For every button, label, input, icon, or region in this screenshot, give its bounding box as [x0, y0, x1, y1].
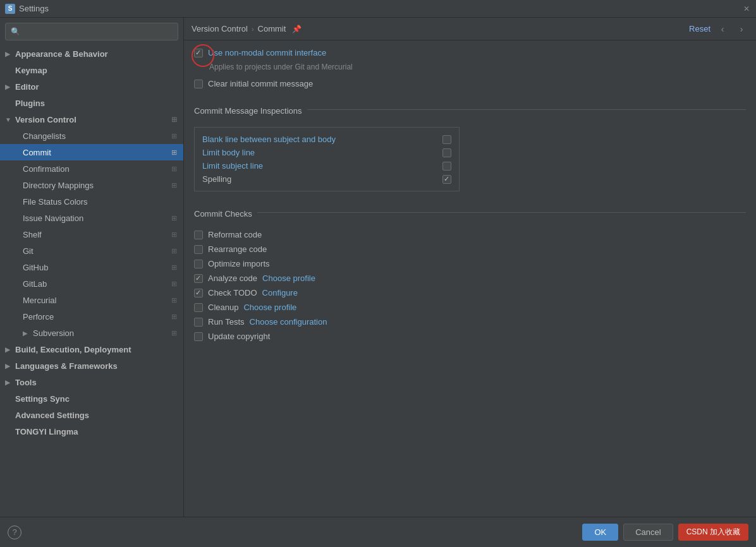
inspections-title: Commit Message Inspections — [194, 106, 302, 116]
sidebar-item-label: Subversion — [33, 328, 74, 338]
sidebar-item-issuenavigation[interactable]: Issue Navigation ⊞ — [0, 210, 183, 226]
spelling-checkbox[interactable] — [442, 175, 451, 184]
sidebar-item-plugins[interactable]: ▶ Plugins — [0, 95, 183, 111]
section-divider — [307, 109, 746, 110]
inspection-spelling: Spelling — [202, 172, 451, 186]
sidebar-item-label: Appearance & Behavior — [15, 49, 108, 59]
cancel-button[interactable]: Cancel — [623, 524, 673, 541]
back-button[interactable]: ‹ — [716, 22, 729, 36]
analyzecode-link[interactable]: Choose profile — [262, 274, 315, 283]
sidebar-item-settingssync[interactable]: ▶ Settings Sync — [0, 390, 183, 407]
search-box[interactable]: 🔍 — [5, 23, 178, 40]
blankline-checkbox[interactable] — [442, 135, 451, 144]
runtests-link[interactable]: Choose configuration — [250, 317, 327, 327]
settings-icon: ⊞ — [169, 263, 178, 272]
help-button[interactable]: ? — [8, 526, 21, 539]
checks-section-header: Commit Checks — [194, 201, 746, 224]
pin-icon: 📌 — [292, 25, 302, 33]
sidebar-item-versioncontrol[interactable]: ▼ Version Control ⊞ — [0, 111, 183, 128]
csdn-button[interactable]: CSDN 加入收藏 — [678, 524, 748, 541]
limitsubject-checkbox[interactable] — [442, 162, 451, 171]
updatecopyright-label[interactable]: Update copyright — [208, 332, 270, 341]
sidebar-item-label: Mercurial — [23, 296, 56, 305]
settings-content: Use non-modal commit interface Applies t… — [184, 40, 756, 517]
sidebar-item-label: GitHub — [23, 263, 48, 272]
breadcrumb-current: Commit — [258, 24, 286, 33]
nonmodal-checkbox[interactable] — [194, 49, 203, 57]
sidebar-item-buildexecution[interactable]: ▶ Build, Execution, Deployment — [0, 341, 183, 358]
window-title: Settings — [19, 4, 49, 13]
cleanup-link[interactable]: Choose profile — [243, 303, 296, 312]
optimizeimports-label[interactable]: Optimize imports — [208, 259, 270, 268]
inspection-label: Limit body line — [202, 148, 255, 157]
sidebar-item-github[interactable]: GitHub ⊞ — [0, 259, 183, 275]
sidebar-item-label: TONGYI Lingma — [15, 427, 78, 436]
settings-icon: ⊞ — [169, 213, 178, 222]
settings-icon: ⊞ — [169, 181, 178, 189]
expand-arrow: ▶ — [5, 51, 13, 57]
sidebar-item-label: Advanced Settings — [15, 411, 89, 420]
sidebar-item-changelists[interactable]: Changelists ⊞ — [0, 128, 183, 144]
app-icon: S — [5, 4, 15, 14]
reset-button[interactable]: Reset — [689, 24, 710, 33]
sidebar-item-label: Perforce — [23, 312, 54, 322]
sidebar-item-confirmation[interactable]: Confirmation ⊞ — [0, 160, 183, 177]
clearcommit-option: Clear initial commit message — [194, 79, 746, 88]
cleanup-option: Cleanup Choose profile — [194, 303, 746, 312]
sidebar-item-git[interactable]: Git ⊞ — [0, 243, 183, 259]
sidebar-item-label: Git — [23, 246, 34, 256]
sidebar-item-label: Build, Execution, Deployment — [15, 345, 131, 354]
forward-button[interactable]: › — [735, 22, 748, 36]
settings-icon: ⊞ — [169, 312, 178, 321]
cleanup-checkbox[interactable] — [194, 303, 203, 312]
sidebar-item-filestatuscolors[interactable]: File Status Colors — [0, 193, 183, 210]
settings-icon: ⊞ — [169, 296, 178, 304]
cleanup-label[interactable]: Cleanup — [208, 303, 238, 312]
sidebar-item-editor[interactable]: ▶ Editor — [0, 78, 183, 95]
sidebar-item-perforce[interactable]: Perforce ⊞ — [0, 308, 183, 325]
sidebar-item-label: Confirmation — [23, 164, 70, 174]
sidebar-item-label: Plugins — [15, 99, 45, 108]
limitbody-checkbox[interactable] — [442, 148, 451, 157]
reformatcode-checkbox[interactable] — [194, 231, 203, 239]
inspections-section-header: Commit Message Inspections — [194, 99, 746, 121]
settings-icon: ⊞ — [169, 279, 178, 288]
breadcrumb-root: Version Control — [192, 24, 248, 33]
sidebar-item-label: Directory Mappings — [23, 181, 94, 190]
settings-icon: ⊞ — [169, 148, 178, 157]
sidebar-item-subversion[interactable]: ▶ Subversion ⊞ — [0, 325, 183, 341]
checktodo-link[interactable]: Configure — [262, 288, 298, 298]
runtests-option: Run Tests Choose configuration — [194, 317, 746, 327]
sidebar-item-label: File Status Colors — [23, 197, 88, 207]
ok-button[interactable]: OK — [582, 524, 618, 541]
checktodo-checkbox[interactable] — [194, 289, 203, 298]
inspection-limitsubject: Limit subject line — [202, 159, 451, 172]
close-button[interactable]: ✕ — [742, 4, 751, 13]
rearrangecode-checkbox[interactable] — [194, 245, 203, 254]
sidebar-item-tongyi[interactable]: ▶ TONGYI Lingma — [0, 423, 183, 440]
sidebar-item-gitlab[interactable]: GitLab ⊞ — [0, 275, 183, 292]
rearrangecode-label[interactable]: Rearrange code — [208, 244, 267, 254]
sidebar-item-shelf[interactable]: Shelf ⊞ — [0, 226, 183, 243]
sidebar-item-advancedsettings[interactable]: ▶ Advanced Settings — [0, 407, 183, 423]
reformatcode-label[interactable]: Reformat code — [208, 230, 262, 239]
updatecopyright-checkbox[interactable] — [194, 332, 203, 341]
bottom-bar-actions: OK Cancel CSDN 加入收藏 — [582, 524, 748, 541]
sidebar-item-mercurial[interactable]: Mercurial ⊞ — [0, 292, 183, 308]
sidebar-item-commit[interactable]: Commit ⊞ — [0, 144, 183, 160]
sidebar-item-languages[interactable]: ▶ Languages & Frameworks — [0, 358, 183, 374]
analyzecode-label[interactable]: Analyze code — [208, 274, 257, 283]
clearcommit-label[interactable]: Clear initial commit message — [208, 79, 313, 88]
clearcommit-checkbox[interactable] — [194, 80, 203, 88]
analyzecode-checkbox[interactable] — [194, 274, 203, 283]
sidebar-item-directorymappings[interactable]: Directory Mappings ⊞ — [0, 177, 183, 193]
nonmodal-label[interactable]: Use non-modal commit interface — [208, 48, 326, 57]
content-area: Version Control › Commit 📌 Reset ‹ › — [184, 18, 756, 517]
sidebar-item-appearance[interactable]: ▶ Appearance & Behavior — [0, 45, 183, 62]
runtests-label[interactable]: Run Tests — [208, 317, 245, 327]
sidebar-item-keymap[interactable]: ▶ Keymap — [0, 62, 183, 78]
optimizeimports-checkbox[interactable] — [194, 260, 203, 268]
runtests-checkbox[interactable] — [194, 318, 203, 327]
sidebar-item-tools[interactable]: ▶ Tools — [0, 374, 183, 390]
checktodo-label[interactable]: Check TODO — [208, 288, 257, 298]
